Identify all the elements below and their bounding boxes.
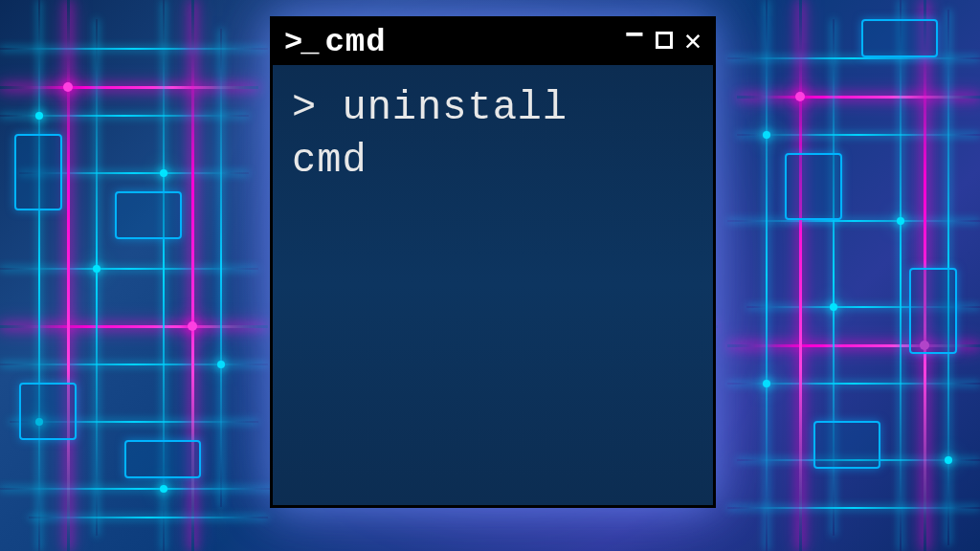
maximize-button[interactable]	[656, 29, 673, 55]
terminal-body[interactable]: > uninstall cmd	[273, 65, 713, 505]
command-text-1: uninstall	[342, 85, 568, 131]
titlebar[interactable]: >_ cmd − ✕	[273, 19, 713, 65]
terminal-window: >_ cmd − ✕ > uninstall cmd	[270, 16, 716, 508]
window-title: cmd	[324, 24, 624, 60]
command-text-2: cmd	[292, 135, 694, 187]
terminal-icon: >_	[284, 25, 317, 60]
minimize-button[interactable]: −	[625, 20, 644, 53]
command-prompt-line: > uninstall	[292, 82, 694, 135]
close-button[interactable]: ✕	[684, 28, 702, 56]
prompt-symbol: >	[292, 85, 317, 131]
maximize-icon	[656, 32, 673, 49]
window-controls: − ✕	[625, 26, 702, 58]
